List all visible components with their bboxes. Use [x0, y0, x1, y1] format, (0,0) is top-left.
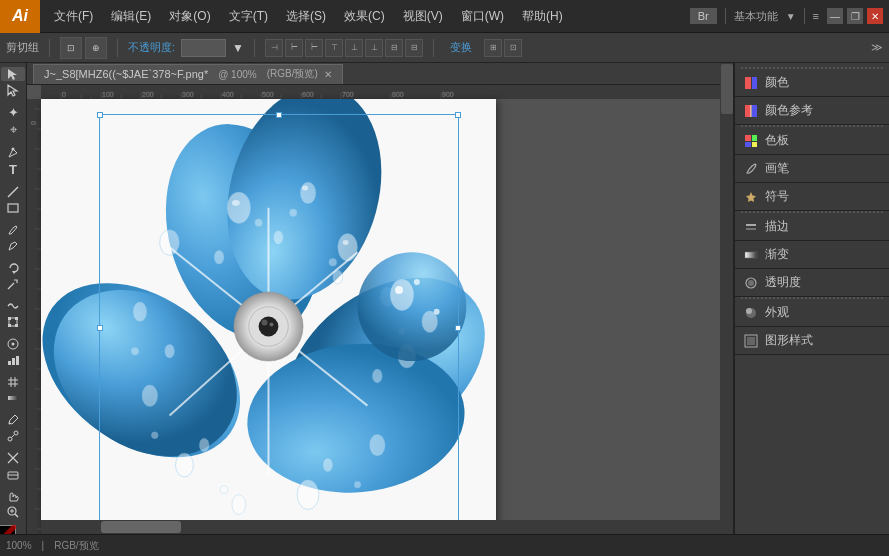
canvas-area: J~_S8[MHZ6((~$JAE`378~F.png* @ 100% (RGB…: [27, 63, 734, 534]
svg-point-20: [9, 423, 11, 425]
svg-rect-6: [8, 317, 11, 320]
tool-magic-wand[interactable]: ✦: [1, 105, 25, 120]
panel-symbols[interactable]: 符号: [735, 183, 889, 211]
panel-menu-icon[interactable]: ≡: [813, 10, 819, 22]
overflow-button[interactable]: ≫: [871, 41, 883, 54]
left-toolbar: ✦ ⌖ T: [0, 63, 27, 534]
tool-lasso[interactable]: ⌖: [1, 122, 25, 138]
panel-stroke[interactable]: 描边: [735, 213, 889, 241]
opacity-dropdown[interactable]: ▼: [232, 39, 244, 57]
tool-pencil[interactable]: [1, 239, 25, 253]
menu-select[interactable]: 选择(S): [278, 4, 334, 29]
foreground-color-swatch[interactable]: [0, 525, 16, 534]
panel-swatches[interactable]: 色板: [735, 127, 889, 155]
panel-color-ref[interactable]: 颜色参考: [735, 97, 889, 125]
transform-button[interactable]: 变换: [444, 40, 478, 55]
restore-button[interactable]: ❐: [847, 8, 863, 24]
workspace-dropdown-icon[interactable]: ▼: [786, 11, 796, 22]
svg-text:400: 400: [222, 91, 234, 98]
tool-paintbrush[interactable]: [1, 223, 25, 237]
menu-view[interactable]: 视图(V): [395, 4, 451, 29]
svg-text:800: 800: [392, 91, 404, 98]
panel-opacity[interactable]: 透明度: [735, 269, 889, 297]
tool-hand[interactable]: [1, 489, 25, 503]
svg-text:500: 500: [262, 91, 274, 98]
svg-point-104: [160, 230, 180, 256]
tool-rotate[interactable]: [1, 261, 25, 275]
bridge-button[interactable]: Br: [690, 8, 717, 24]
align-top-icon[interactable]: ⊤: [325, 39, 343, 57]
tool-type[interactable]: T: [1, 162, 25, 177]
close-button[interactable]: ✕: [867, 8, 883, 24]
svg-text:100: 100: [102, 91, 114, 98]
panel-color[interactable]: 颜色: [735, 69, 889, 97]
menu-text[interactable]: 文字(T): [221, 4, 276, 29]
svg-point-122: [343, 240, 349, 245]
workspace-label: 基本功能: [734, 9, 778, 24]
tool-select[interactable]: [1, 67, 25, 81]
tool-scale[interactable]: [1, 277, 25, 291]
tool-direct-select[interactable]: [1, 83, 25, 97]
tool-blend[interactable]: [1, 429, 25, 443]
clipping-icon[interactable]: ⊡: [60, 37, 82, 59]
tool-free-transform[interactable]: [1, 315, 25, 329]
tool-eyedropper[interactable]: [1, 413, 25, 427]
color-panel-icon: [743, 75, 759, 91]
align-center-h-icon[interactable]: ⊢: [285, 39, 303, 57]
tool-rectangle[interactable]: [1, 201, 25, 215]
svg-rect-147: [745, 142, 751, 147]
tool-symbol[interactable]: [1, 337, 25, 351]
distribute-h-icon[interactable]: ⊟: [385, 39, 403, 57]
scrollbar-thumb-h[interactable]: [101, 521, 181, 533]
tool-mesh[interactable]: [1, 375, 25, 389]
svg-rect-7: [15, 317, 18, 320]
svg-point-21: [8, 437, 12, 441]
menu-edit[interactable]: 编辑(E): [103, 4, 159, 29]
align-right-icon[interactable]: ⊢: [305, 39, 323, 57]
tool-gradient[interactable]: [1, 391, 25, 405]
gradient-panel-icon: [743, 247, 759, 263]
svg-point-22: [14, 431, 18, 435]
tool-column-graph[interactable]: [1, 353, 25, 367]
align-middle-v-icon[interactable]: ⊥: [345, 39, 363, 57]
opacity-input[interactable]: 100%: [181, 39, 226, 57]
panel-brushes[interactable]: 画笔: [735, 155, 889, 183]
panel-graphic-styles[interactable]: 图形样式: [735, 327, 889, 355]
right-panel: 颜色 颜色参考 色板 画笔: [734, 63, 889, 534]
tool-line[interactable]: [1, 185, 25, 199]
svg-point-103: [133, 302, 147, 322]
svg-line-23: [12, 435, 15, 438]
menu-help[interactable]: 帮助(H): [514, 4, 571, 29]
panel-scrollbar-thumb[interactable]: [721, 64, 733, 114]
panel-scrollbar[interactable]: [720, 63, 734, 534]
panel-appearance[interactable]: 外观: [735, 299, 889, 327]
scrollbar-horizontal[interactable]: [41, 520, 720, 534]
menu-file[interactable]: 文件(F): [46, 4, 101, 29]
tab-close-icon[interactable]: ✕: [324, 69, 332, 80]
menu-object[interactable]: 对象(O): [161, 4, 218, 29]
tool-warp[interactable]: [1, 299, 25, 313]
tool-zoom[interactable]: [1, 505, 25, 519]
menu-effect[interactable]: 效果(C): [336, 4, 393, 29]
svg-point-155: [746, 308, 752, 314]
align-bottom-icon[interactable]: ⊥: [365, 39, 383, 57]
tool-eraser[interactable]: [1, 467, 25, 481]
svg-point-138: [414, 279, 420, 285]
stroke-panel-icon: [743, 219, 759, 235]
minimize-button[interactable]: —: [827, 8, 843, 24]
mask-icon[interactable]: ⊕: [85, 37, 107, 59]
status-bar: 100% | RGB/预览: [0, 534, 889, 556]
transform-icon-1[interactable]: ⊞: [484, 39, 502, 57]
tool-slice[interactable]: [1, 451, 25, 465]
distribute-v-icon[interactable]: ⊟: [405, 39, 423, 57]
tool-pen[interactable]: [1, 146, 25, 160]
align-left-icon[interactable]: ⊣: [265, 39, 283, 57]
document-tab[interactable]: J~_S8[MHZ6((~$JAE`378~F.png* @ 100% (RGB…: [33, 64, 343, 84]
menu-window[interactable]: 窗口(W): [453, 4, 512, 29]
panel-gradient[interactable]: 渐变: [735, 241, 889, 269]
svg-point-99: [297, 480, 319, 510]
svg-point-132: [262, 320, 268, 326]
transform-icon-2[interactable]: ⊡: [504, 39, 522, 57]
ruler-top: 0 100 200 300 400 500 600 700 80: [41, 85, 720, 99]
svg-point-153: [748, 280, 754, 286]
